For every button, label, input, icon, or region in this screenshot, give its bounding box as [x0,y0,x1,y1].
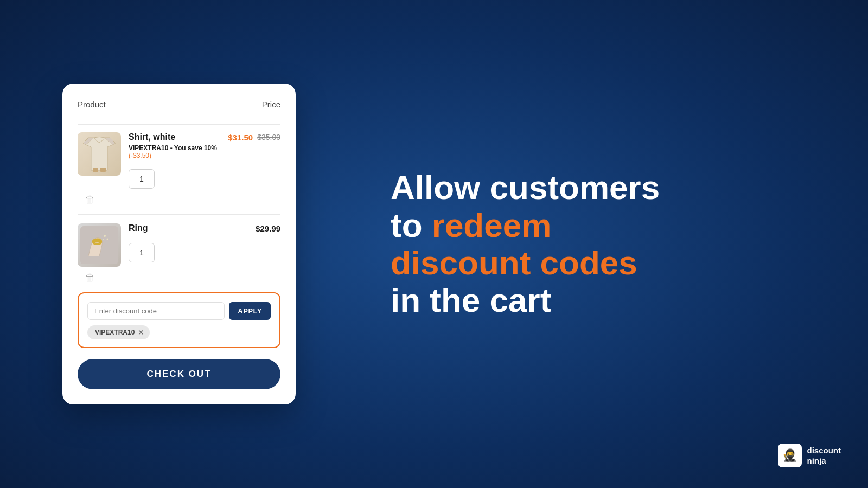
svg-point-8 [103,239,104,240]
coupon-tags: VIPEXTRA10 ✕ [87,325,271,339]
ring-name: Ring [129,223,148,233]
svg-point-6 [104,235,106,237]
discount-section: APPLY VIPEXTRA10 ✕ [78,292,280,348]
ring-delete-icon[interactable]: 🗑 [85,272,95,283]
coupon-tag-vipextra10: VIPEXTRA10 ✕ [87,325,150,339]
brand-icon: 🥷 [778,444,802,467]
shirt-details: Shirt, white $31.50 $35.00 VIPEXTRA10 - … [129,132,280,189]
cart-header: Product Price [78,100,280,114]
svg-point-7 [107,239,108,240]
ring-svg [80,226,118,264]
apply-button[interactable]: APPLY [229,302,271,320]
svg-rect-5 [93,241,101,242]
shirt-price-group: $31.50 $35.00 [228,133,280,142]
ring-price: $29.99 [256,224,280,233]
cart-item-ring: Ring $29.99 1 [78,223,280,267]
brand-name: discount ninja [807,445,841,466]
cart-item-shirt: Shirt, white $31.50 $35.00 VIPEXTRA10 - … [78,132,280,189]
shirt-discount-saving: (-$3.50) [129,152,280,159]
right-panel: Allow customers to redeem discount codes… [358,0,868,488]
ring-bottom-row: 1 [129,237,280,262]
header-price-label: Price [262,100,280,109]
svg-rect-1 [100,168,106,172]
shirt-name-row: Shirt, white $31.50 $35.00 [129,132,280,142]
headline-line4: in the cart [391,281,660,319]
shirt-delete-icon[interactable]: 🗑 [85,194,95,205]
headline: Allow customers to redeem discount codes… [391,169,660,319]
discount-input-row: APPLY [87,302,271,320]
svg-rect-0 [93,168,98,172]
shirt-image [78,132,121,176]
shirt-discount-badge: VIPEXTRA10 - You save 10% [129,144,280,152]
shirt-price-original: $35.00 [257,133,280,142]
headline-line2: to redeem [391,207,660,244]
left-panel: Product Price [0,0,358,488]
discount-code-input[interactable] [87,302,225,320]
ring-quantity[interactable]: 1 [129,243,155,262]
items-divider [78,214,280,215]
shirt-price-current: $31.50 [228,133,253,142]
shirt-quantity[interactable]: 1 [129,169,155,189]
header-divider [78,124,280,125]
shirt-bottom-row: 1 [129,164,280,189]
coupon-remove-icon[interactable]: ✕ [138,328,144,337]
header-product-label: Product [78,100,106,109]
ring-image [78,223,121,267]
ring-details: Ring $29.99 1 [129,223,280,262]
headline-line3: discount codes [391,244,660,281]
cart-card: Product Price [62,84,296,404]
headline-line1: Allow customers [391,169,660,206]
shirt-name: Shirt, white [129,132,175,142]
cart-items: Shirt, white $31.50 $35.00 VIPEXTRA10 - … [78,132,280,284]
coupon-code-label: VIPEXTRA10 [95,329,135,336]
checkout-button[interactable]: CHECK OUT [78,359,280,389]
brand-logo: 🥷 discount ninja [778,444,841,467]
shirt-svg [83,135,116,173]
ring-name-row: Ring $29.99 [129,223,280,233]
